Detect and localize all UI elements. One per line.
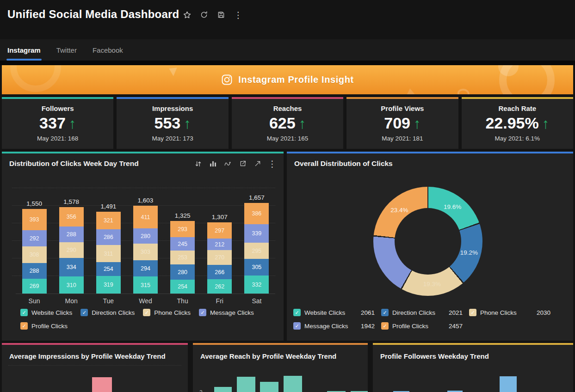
legend-checkbox[interactable]: ✓: [143, 309, 150, 316]
bar-column-sun[interactable]: 1,550393292308288269: [22, 200, 47, 294]
tab-instagram[interactable]: Instagram: [6, 39, 42, 61]
legend-item[interactable]: ✓Profile Clicks2457: [381, 322, 464, 330]
legend-checkbox[interactable]: ✓: [20, 309, 28, 316]
bar-segment[interactable]: 315: [133, 276, 158, 294]
profile-followers-chart-card[interactable]: Profile Followers Weekday Trend: [373, 343, 573, 392]
bar-segment[interactable]: 319: [96, 276, 121, 294]
kpi-card-reach-rate[interactable]: Reach Rate 22.95%↑ May 2021: 6.1%: [462, 97, 573, 149]
bar-segment[interactable]: 253: [170, 251, 195, 264]
x-axis-label: Sat: [244, 297, 269, 305]
donut[interactable]: 19.6%19.2%19.3%23.4%: [373, 187, 482, 296]
bar-segment[interactable]: 310: [59, 276, 84, 294]
legend-checkbox[interactable]: ✓: [293, 309, 301, 316]
save-icon[interactable]: [216, 10, 226, 19]
bar-segment[interactable]: 254: [96, 262, 121, 276]
maximize-icon[interactable]: [253, 160, 261, 168]
bar-column-thu[interactable]: 1,325293245253280254: [170, 212, 195, 294]
refresh-icon[interactable]: [199, 10, 209, 19]
legend-item[interactable]: ✓Phone Clicks: [143, 309, 191, 316]
donut-slice-label: 23.4%: [390, 206, 408, 213]
bar-segment[interactable]: 293: [170, 221, 195, 237]
bar-segment[interactable]: 411: [133, 206, 158, 228]
kpi-subtext: May 2021: 173: [117, 135, 228, 142]
legend-item[interactable]: ✓Website Clicks2061: [293, 309, 377, 316]
bar-segment[interactable]: 269: [22, 279, 47, 294]
decorative-ring: [10, 65, 61, 92]
bar-segment[interactable]: 245: [170, 237, 195, 251]
legend-item[interactable]: ✓Direction Clicks: [80, 309, 135, 316]
more-icon[interactable]: ⋮: [234, 10, 243, 19]
bar-column-tue[interactable]: 1,491321286311254319: [96, 203, 121, 294]
open-in-new-icon[interactable]: [239, 160, 247, 168]
kpi-card-followers[interactable]: Followers 337↑ May 2021: 168: [2, 97, 113, 149]
bar-segment[interactable]: 288: [59, 227, 84, 242]
bar-segment[interactable]: 332: [244, 276, 269, 294]
bar-segment[interactable]: 356: [59, 207, 84, 227]
bar-column-fri[interactable]: 1,307297212270266262: [207, 214, 232, 294]
legend-item[interactable]: ✓Message Clicks1942: [293, 322, 377, 330]
bar-segment[interactable]: 212: [207, 239, 232, 250]
bar-segment[interactable]: 297: [207, 222, 232, 239]
legend-checkbox[interactable]: ✓: [293, 322, 301, 330]
star-icon[interactable]: [182, 10, 192, 19]
bar-segment[interactable]: 305: [244, 259, 269, 276]
more-icon[interactable]: ⋮: [268, 160, 276, 168]
bar-segment[interactable]: 308: [22, 246, 47, 263]
column-chart-icon[interactable]: [209, 160, 217, 168]
avg-impressions-chart-card[interactable]: Average Impressions by Profile Weekday T…: [2, 343, 188, 392]
bar-segment[interactable]: 266: [207, 265, 232, 279]
kpi-card-reaches[interactable]: Reaches 625↑ May 2021: 165: [232, 97, 343, 149]
bar-column-wed[interactable]: 1,603411280303294315: [133, 197, 158, 294]
sort-icon[interactable]: [194, 160, 202, 168]
bar-segment[interactable]: 294: [133, 260, 158, 276]
legend-checkbox[interactable]: ✓: [381, 322, 389, 330]
bar-segment[interactable]: 386: [244, 203, 269, 224]
bar-column-mon[interactable]: 1,578356288290334310: [59, 198, 84, 294]
legend-checkbox[interactable]: ✓: [469, 309, 476, 316]
decorative-paper-plane: [405, 88, 414, 94]
legend-checkbox[interactable]: ✓: [381, 309, 389, 316]
kpi-subtext: May 2021: 165: [232, 135, 343, 142]
mini-bar[interactable]: [214, 387, 232, 392]
tab-facebook[interactable]: Facebook: [92, 39, 124, 61]
legend-item[interactable]: ✓Direction Clicks2021: [381, 309, 464, 316]
mini-bar[interactable]: [92, 377, 112, 392]
mini-bar[interactable]: [260, 382, 278, 392]
bar-segment[interactable]: 280: [170, 264, 195, 280]
legend-label: Direction Clicks: [92, 309, 135, 316]
kpi-card-profile-views[interactable]: Profile Views 709↑ May 2021: 181: [346, 97, 458, 149]
header-toolbar: ⋮: [182, 10, 243, 19]
mini-bar[interactable]: [500, 376, 517, 392]
bar-segment[interactable]: 393: [22, 209, 47, 230]
bar-segment[interactable]: 334: [59, 258, 84, 276]
legend-item[interactable]: ✓Website Clicks: [20, 309, 72, 316]
kpi-card-impressions[interactable]: Impressions 553↑ May 2021: 173: [117, 97, 228, 149]
insights-icon[interactable]: [224, 160, 232, 168]
bar-segment[interactable]: 280: [133, 228, 158, 244]
bar-segment[interactable]: 321: [96, 212, 121, 229]
bar-segment[interactable]: 290: [59, 242, 84, 258]
legend-checkbox[interactable]: ✓: [20, 322, 28, 330]
bar-segment[interactable]: 311: [96, 245, 121, 262]
bar-segment[interactable]: 339: [244, 224, 269, 243]
bar-segment[interactable]: 262: [207, 279, 232, 294]
legend-checkbox[interactable]: ✓: [199, 309, 206, 316]
legend-item[interactable]: ✓Profile Clicks: [20, 322, 68, 330]
legend-checkbox[interactable]: ✓: [80, 309, 88, 316]
mini-bar[interactable]: [284, 376, 302, 392]
bar-segment[interactable]: 254: [170, 280, 195, 294]
legend-item[interactable]: ✓Phone Clicks2030: [469, 309, 552, 316]
bar-segment[interactable]: 286: [96, 229, 121, 245]
legend-item[interactable]: ✓Message Clicks: [199, 309, 254, 316]
x-axis-labels: SunMonTueWedThuFriSat: [16, 297, 275, 305]
avg-reach-chart-card[interactable]: Average Reach by Profile Weekday Trend 2: [193, 343, 368, 392]
mini-bar[interactable]: [237, 377, 255, 392]
bar-segment[interactable]: 295: [244, 243, 269, 259]
bar-segment[interactable]: 292: [22, 230, 47, 246]
bar-column-sat[interactable]: 1,657386339295305332: [244, 194, 269, 294]
tab-twitter[interactable]: Twitter: [56, 39, 78, 61]
chart-title: Overall Distribution of Clicks: [294, 159, 393, 168]
bar-segment[interactable]: 288: [22, 263, 47, 279]
bar-segment[interactable]: 303: [133, 244, 158, 260]
bar-segment[interactable]: 270: [207, 250, 232, 265]
